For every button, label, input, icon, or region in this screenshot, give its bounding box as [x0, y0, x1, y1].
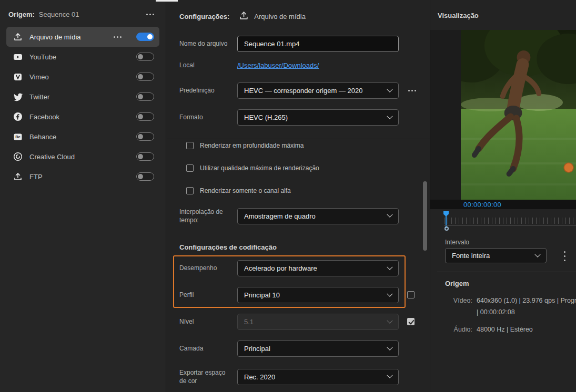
media-file-icon [13, 32, 23, 42]
sidebar-item-twitter[interactable]: Twitter [6, 87, 159, 107]
profile-label: Perfil [179, 291, 237, 299]
sidebar-item-ftp[interactable]: FTP [6, 167, 159, 187]
sidebar-item-label: FTP [29, 173, 43, 181]
youtube-toggle[interactable] [136, 53, 154, 61]
profile-side-checkbox[interactable] [407, 291, 415, 298]
performance-dropdown[interactable]: Acelerado por hardware [237, 260, 399, 276]
sidebar-item-creative-cloud[interactable]: Creative Cloud [6, 147, 159, 167]
format-dropdown[interactable]: HEVC (H.265) [237, 109, 399, 126]
svg-text:Be: Be [15, 135, 21, 139]
tier-label: Camada [179, 344, 237, 353]
preset-row: Predefinição HEVC — corresponder origem … [179, 82, 418, 99]
tier-row: Camada Principal [179, 341, 399, 357]
time-interpolation-row: Interpolação de tempo: Amostragem de qua… [179, 208, 399, 224]
chevron-down-icon [534, 251, 540, 257]
format-label: Formato [179, 113, 237, 121]
filename-label: Nome do arquivo [179, 39, 237, 48]
current-timecode: 00:00:00:00 [463, 201, 501, 209]
format-row: Formato HEVC (H.265) [179, 109, 399, 126]
chevron-down-icon [387, 264, 392, 270]
sidebar-item-media-file[interactable]: Arquivo de mídia [6, 27, 159, 47]
time-interpolation-dropdown[interactable]: Amostragem de quadro [237, 208, 399, 224]
destination-list: Arquivo de mídia YouTube Vimeo [0, 25, 166, 187]
youtube-icon [13, 52, 23, 61]
source-panel-header: Origem: Sequence 01 [0, 0, 166, 25]
profile-dropdown[interactable]: Principal 10 [237, 287, 399, 303]
max-render-quality-label: Utilizar qualidade máxima de renderizaçã… [200, 164, 319, 172]
chevron-down-icon [387, 317, 392, 323]
render-max-depth-checkbox[interactable] [186, 142, 194, 149]
performance-value: Acelerado por hardware [244, 264, 317, 272]
sidebar-item-facebook[interactable]: Facebook [6, 107, 159, 127]
preset-more-options-icon[interactable] [406, 88, 418, 94]
media-file-icon [239, 11, 249, 22]
preview-title: Visualização [438, 12, 479, 19]
timeline-ruler[interactable] [444, 218, 576, 224]
facebook-icon [13, 112, 23, 121]
chevron-down-icon [387, 212, 392, 218]
facebook-toggle[interactable] [136, 112, 154, 121]
sequence-name: Sequence 01 [39, 11, 79, 18]
chevron-down-icon [387, 344, 392, 350]
performance-row: Desempenho Acelerado por hardware [179, 260, 399, 276]
max-render-quality-row[interactable]: Utilizar qualidade máxima de renderizaçã… [186, 164, 319, 172]
max-render-quality-checkbox[interactable] [186, 164, 194, 172]
timecode-strip: 00:00:00:00 [430, 200, 576, 209]
sidebar-item-label: YouTube [29, 53, 56, 61]
range-options-icon[interactable] [563, 250, 567, 262]
source-info-title: Origem [445, 280, 469, 287]
video-info-label: Vídeo: [438, 297, 472, 304]
colorspace-label: Exportar espaço de cor [179, 368, 237, 385]
creative-cloud-toggle[interactable] [136, 152, 154, 161]
twitter-icon [13, 92, 23, 101]
sidebar-item-youtube[interactable]: YouTube [6, 47, 159, 67]
twitter-toggle[interactable] [136, 92, 154, 101]
time-interpolation-label: Interpolação de tempo: [179, 208, 237, 224]
section-divider [167, 139, 430, 139]
sidebar-item-vimeo[interactable]: Vimeo [6, 67, 159, 87]
level-dropdown: 5.1 [237, 314, 399, 330]
settings-destination-name: Arquivo de mídia [254, 13, 306, 20]
render-alpha-only-checkbox[interactable] [186, 187, 194, 194]
render-alpha-only-row[interactable]: Renderizar somente o canal alfa [186, 187, 291, 194]
vimeo-toggle[interactable] [136, 73, 154, 81]
vimeo-icon [13, 72, 23, 81]
audio-info-label: Áudio: [438, 326, 472, 333]
video-info-value-line1: 640x360 (1.0) | 23.976 qps | Progre [477, 297, 576, 304]
location-link[interactable]: /Users/labuser/Downloads/ [237, 61, 319, 69]
colorspace-row: Exportar espaço de cor Rec. 2020 [179, 368, 399, 385]
render-alpha-only-label: Renderizar somente o canal alfa [200, 187, 291, 194]
profile-value: Principal 10 [244, 291, 280, 299]
sidebar-item-label: Creative Cloud [29, 153, 75, 161]
settings-scrollbar[interactable] [423, 181, 427, 251]
ftp-toggle[interactable] [136, 172, 154, 181]
tier-dropdown[interactable]: Principal [237, 341, 399, 357]
source-more-options-icon[interactable] [144, 12, 156, 17]
preview-area [430, 30, 576, 200]
sidebar-item-label: Vimeo [29, 73, 49, 81]
location-label: Local [179, 61, 237, 69]
preset-label: Predefinição [179, 86, 237, 95]
range-dropdown[interactable]: Fonte inteira [445, 248, 547, 263]
level-side-checkbox[interactable] [407, 318, 415, 325]
filename-input[interactable] [237, 36, 399, 52]
behance-icon: Be [13, 132, 23, 141]
range-label: Intervalo [445, 239, 469, 246]
profile-row: Perfil Principal 10 [179, 287, 399, 303]
preset-dropdown[interactable]: HEVC — corresponder origem — 2020 [237, 82, 399, 99]
range-value: Fonte inteira [452, 252, 490, 260]
settings-title: Configurações: [179, 13, 229, 20]
range-in-handle[interactable] [444, 226, 449, 231]
time-interpolation-value: Amostragem de quadro [244, 212, 316, 220]
media-file-more-options-icon[interactable] [112, 34, 124, 40]
render-max-depth-row[interactable]: Renderizar em profundidade máxima [186, 142, 304, 149]
preview-panel: Visualização [430, 0, 576, 392]
preview-divider [437, 272, 576, 272]
media-file-toggle[interactable] [136, 33, 154, 41]
sidebar-item-behance[interactable]: Be Behance [6, 127, 159, 147]
settings-panel: Configurações: Arquivo de mídia Nome do … [167, 0, 430, 392]
behance-toggle[interactable] [136, 132, 154, 141]
level-label: Nível [179, 317, 237, 326]
colorspace-dropdown[interactable]: Rec. 2020 [237, 369, 399, 385]
preset-value: HEVC — corresponder origem — 2020 [244, 87, 362, 95]
